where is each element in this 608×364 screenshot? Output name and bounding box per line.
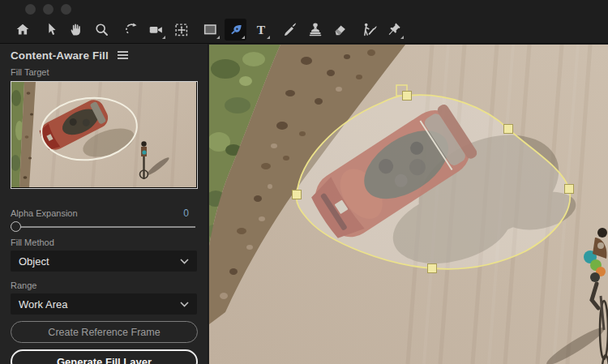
magnifier-icon: [93, 21, 111, 39]
zoom-tool[interactable]: [91, 19, 113, 41]
chevron-down-icon: [180, 302, 189, 307]
alpha-expansion-label: Alpha Expansion: [11, 208, 78, 218]
roto-brush-icon: [361, 21, 379, 39]
rotation-tool[interactable]: [120, 19, 142, 41]
panel-title: Content-Aware Fill: [11, 49, 109, 62]
close-window-button[interactable]: [25, 4, 36, 15]
selection-cursor-icon: [43, 21, 61, 39]
home-tool[interactable]: [11, 19, 33, 41]
rotate-arrow-icon: [122, 21, 140, 39]
flyout-indicator: [216, 36, 220, 39]
brush-tool[interactable]: [279, 19, 301, 41]
zoom-window-button[interactable]: [61, 4, 71, 15]
clone-stamp-icon: [306, 21, 324, 39]
type-tool[interactable]: T: [250, 19, 272, 41]
alpha-expansion-slider[interactable]: [11, 221, 197, 233]
fill-target-label: Fill Target: [11, 67, 197, 78]
range-value: Work Area: [19, 298, 67, 310]
tool-strip: T: [11, 19, 405, 41]
pen-tool[interactable]: [225, 19, 246, 41]
flyout-indicator: [267, 36, 270, 39]
mask-vertex-right[interactable]: [565, 185, 574, 194]
composition-viewport[interactable]: [209, 45, 608, 364]
mask-vertex-bottom[interactable]: [428, 264, 437, 273]
fill-target-preview: [11, 81, 198, 189]
flyout-indicator: [400, 36, 404, 39]
rectangle-tool[interactable]: [199, 19, 221, 41]
mask-vertex-top[interactable]: [403, 92, 412, 101]
fill-target-thumbnail: [11, 82, 196, 187]
range-dropdown[interactable]: Work Area: [11, 293, 197, 315]
range-label: Range: [11, 280, 197, 291]
panel-menu-icon[interactable]: [118, 51, 128, 59]
svg-text:T: T: [256, 23, 265, 36]
camera-tool[interactable]: [145, 19, 167, 41]
chevron-down-icon: [180, 259, 189, 264]
eraser-icon: [332, 21, 349, 39]
flyout-indicator: [162, 36, 165, 39]
brush-icon: [281, 21, 299, 39]
create-reference-frame-button[interactable]: Create Reference Frame: [11, 321, 198, 343]
fill-method-dropdown[interactable]: Object: [11, 251, 197, 272]
after-effects-window: T: [0, 0, 608, 364]
hand-tool[interactable]: [66, 19, 88, 41]
slider-track[interactable]: [11, 226, 195, 228]
flyout-indicator: [242, 36, 245, 39]
roto-brush-tool[interactable]: [358, 19, 380, 41]
mask-vertex-upper-right[interactable]: [504, 125, 513, 134]
window-controls: [25, 4, 71, 15]
selection-tool[interactable]: [41, 19, 62, 41]
fill-method-value: Object: [19, 255, 49, 268]
alpha-expansion-value[interactable]: 0: [183, 208, 197, 219]
pan-behind-icon: [173, 21, 191, 39]
mask-vertex-left[interactable]: [293, 191, 302, 199]
pan-behind-tool[interactable]: [170, 19, 192, 41]
toolbar: T: [0, 0, 608, 44]
content-aware-fill-panel: Content-Aware Fill Fill Target: [0, 44, 208, 364]
generate-fill-layer-button[interactable]: Generate Fill Layer: [11, 349, 198, 364]
clone-stamp-tool[interactable]: [304, 19, 326, 41]
fill-method-label: Fill Method: [11, 238, 197, 248]
slider-handle[interactable]: [11, 221, 21, 232]
eraser-tool[interactable]: [329, 19, 351, 41]
home-icon: [14, 21, 32, 39]
minimize-window-button[interactable]: [43, 4, 54, 15]
composition-canvas[interactable]: [209, 45, 608, 364]
puppet-pin-tool[interactable]: [383, 19, 405, 41]
hand-icon: [68, 21, 86, 39]
